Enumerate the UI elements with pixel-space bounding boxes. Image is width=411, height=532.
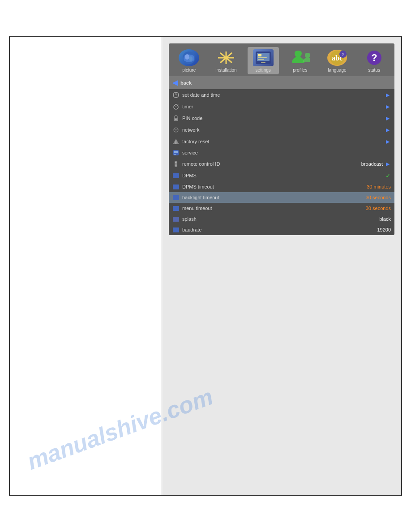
pin-code-arrow: ► (385, 115, 391, 122)
baudrate-label: baudrate (182, 227, 375, 232)
dpms-monitor-icon (172, 172, 180, 179)
installation-label: installation (215, 68, 236, 73)
network-icon (172, 127, 180, 133)
tv-ui: picture installation (169, 43, 394, 235)
language-icon: abc ? (325, 49, 349, 67)
nav-item-status[interactable]: ? status (359, 47, 390, 74)
menu-item-backlight-timeout[interactable]: backlight timeout 30 seconds (169, 192, 394, 203)
dpms-timeout-value: 30 minutes (367, 184, 391, 189)
menu-item-dpms[interactable]: DPMS ✓ (169, 170, 394, 181)
svg-line-25 (178, 104, 178, 105)
splash-value: black (379, 216, 391, 222)
reset-icon (172, 138, 180, 145)
menu-item-service[interactable]: service (169, 147, 394, 158)
remote-control-id-value: broadcast (361, 161, 383, 167)
factory-reset-label: factory reset (182, 139, 383, 144)
svg-text:?: ? (371, 52, 377, 63)
svg-text:?: ? (342, 53, 344, 57)
service-label: service (182, 150, 391, 155)
back-label: back (180, 80, 391, 86)
nav-bar: picture installation (169, 43, 394, 76)
remote-icon (172, 161, 180, 167)
menu-timeout-icon (172, 205, 180, 211)
language-label: language (328, 68, 346, 73)
svg-rect-12 (261, 62, 265, 63)
nav-item-profiles[interactable]: profiles (284, 47, 316, 74)
svg-rect-9 (258, 54, 261, 56)
set-date-time-arrow: ► (385, 91, 391, 99)
menu-item-pin-code[interactable]: PIN code ► (169, 112, 394, 124)
service-icon (172, 150, 180, 156)
picture-label: picture (182, 68, 196, 73)
svg-point-1 (185, 54, 189, 60)
back-arrow-icon: ◀ (172, 78, 178, 87)
svg-point-27 (176, 119, 176, 120)
nav-item-settings[interactable]: settings (248, 47, 279, 74)
nav-item-picture[interactable]: picture (173, 47, 205, 74)
dpms-timeout-icon (172, 184, 180, 190)
svg-rect-24 (175, 104, 177, 105)
dpms-checkmark: ✓ (385, 172, 391, 179)
svg-rect-34 (174, 151, 178, 153)
network-arrow: ► (385, 126, 391, 133)
remote-control-id-arrow: ► (385, 160, 391, 167)
timer-label: timer (182, 104, 383, 109)
backlight-timeout-value: 30 seconds (366, 195, 391, 200)
baud-icon (172, 227, 180, 233)
backlight-timeout-label: backlight timeout (182, 195, 364, 200)
settings-icon (252, 49, 275, 67)
menu-item-remote-control-id[interactable]: remote control ID broadcast ► (169, 158, 394, 170)
profiles-icon (288, 49, 312, 67)
baudrate-value: 19200 (377, 227, 391, 232)
set-date-time-label: set date and time (182, 92, 383, 98)
splash-label: splash (182, 216, 377, 222)
dpms-timeout-label: DPMS timeout (182, 184, 365, 189)
nav-item-language[interactable]: abc ? language (321, 47, 353, 74)
svg-point-32 (176, 143, 176, 144)
nav-item-installation[interactable]: installation (210, 47, 242, 74)
outer-border: picture installation (9, 36, 402, 496)
picture-icon (177, 49, 201, 67)
svg-point-37 (176, 162, 176, 163)
pin-code-label: PIN code (182, 116, 383, 121)
profiles-label: profiles (293, 68, 307, 73)
menu-item-network[interactable]: network ► (169, 124, 394, 136)
svg-point-2 (189, 56, 193, 61)
clock-icon (172, 92, 180, 98)
svg-rect-39 (176, 165, 177, 166)
menu-item-factory-reset[interactable]: factory reset ► (169, 136, 394, 147)
lock-icon (172, 115, 180, 121)
menu-timeout-value: 30 seconds (366, 206, 391, 211)
status-label: status (368, 68, 380, 73)
factory-reset-arrow: ► (385, 138, 391, 145)
menu-list: ◀ back set date and time ► timer (169, 76, 394, 235)
menu-item-back[interactable]: ◀ back (169, 76, 394, 89)
remote-control-id-label: remote control ID (182, 161, 360, 167)
splash-icon (172, 216, 180, 222)
installation-icon (214, 49, 238, 67)
timer-arrow: ► (385, 103, 391, 110)
left-panel (10, 37, 162, 495)
svg-rect-11 (258, 59, 264, 60)
status-icon: ? (363, 49, 386, 67)
svg-rect-10 (258, 57, 267, 58)
svg-rect-38 (176, 164, 177, 164)
right-panel: picture installation (162, 37, 401, 495)
settings-label: settings (255, 68, 270, 73)
svg-rect-35 (174, 154, 176, 155)
menu-item-menu-timeout[interactable]: menu timeout 30 seconds (169, 203, 394, 214)
timer-icon (172, 103, 180, 110)
menu-item-baudrate[interactable]: baudrate 19200 (169, 224, 394, 235)
dpms-label: DPMS (182, 173, 385, 178)
backlight-icon (172, 194, 180, 201)
menu-item-set-date-time[interactable]: set date and time ► (169, 89, 394, 101)
network-label: network (182, 127, 383, 133)
menu-item-dpms-timeout[interactable]: DPMS timeout 30 minutes (169, 181, 394, 192)
menu-item-timer[interactable]: timer ► (169, 101, 394, 112)
menu-item-splash[interactable]: splash black (169, 214, 394, 224)
menu-timeout-label: menu timeout (182, 206, 364, 211)
